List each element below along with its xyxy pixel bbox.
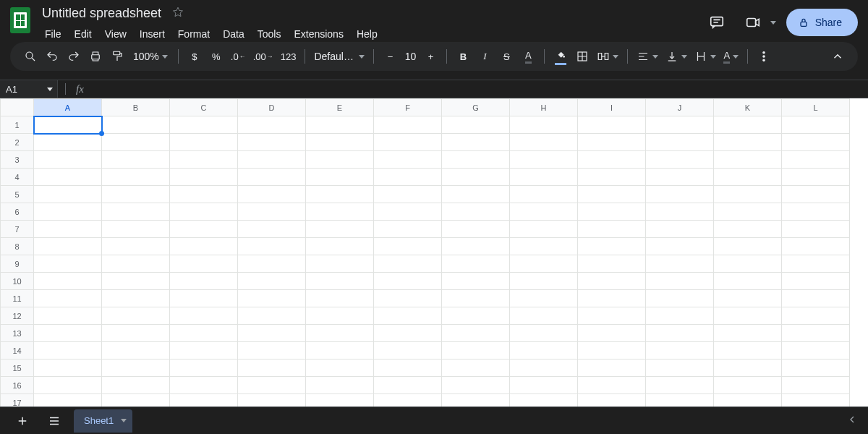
cell[interactable] xyxy=(714,169,782,186)
doc-title[interactable]: Untitled spreadsheet xyxy=(39,4,164,22)
row-header-2[interactable]: 2 xyxy=(1,134,34,151)
cell[interactable] xyxy=(782,377,850,394)
row-header-15[interactable]: 15 xyxy=(1,359,34,377)
cell[interactable] xyxy=(646,290,714,307)
text-rotation-button[interactable]: A xyxy=(720,46,741,67)
column-header-B[interactable]: B xyxy=(102,99,170,116)
cell[interactable] xyxy=(714,359,782,377)
menu-insert[interactable]: Insert xyxy=(134,25,171,43)
cell[interactable] xyxy=(442,151,510,169)
cell[interactable] xyxy=(34,151,102,169)
cell[interactable] xyxy=(102,186,170,203)
chevron-down-icon[interactable] xyxy=(121,419,127,422)
cell[interactable] xyxy=(170,273,238,290)
cell[interactable] xyxy=(442,134,510,151)
cell[interactable] xyxy=(578,169,646,186)
column-header-I[interactable]: I xyxy=(578,99,646,116)
cell[interactable] xyxy=(102,116,170,134)
cell[interactable] xyxy=(646,307,714,325)
cell[interactable] xyxy=(374,394,442,407)
cell[interactable] xyxy=(34,169,102,186)
cell[interactable] xyxy=(306,203,374,221)
strikethrough-button[interactable]: S xyxy=(496,46,516,67)
print-icon[interactable] xyxy=(85,46,106,67)
cell[interactable] xyxy=(238,377,306,394)
cell[interactable] xyxy=(442,325,510,342)
cell[interactable] xyxy=(374,273,442,290)
cell[interactable] xyxy=(238,273,306,290)
cell[interactable] xyxy=(510,342,578,359)
column-header-K[interactable]: K xyxy=(714,99,782,116)
cell[interactable] xyxy=(782,134,850,151)
add-sheet-button[interactable] xyxy=(10,410,35,432)
cell[interactable] xyxy=(578,186,646,203)
cell[interactable] xyxy=(306,186,374,203)
column-header-F[interactable]: F xyxy=(374,99,442,116)
cell[interactable] xyxy=(102,169,170,186)
more-toolbar-icon[interactable] xyxy=(754,46,774,67)
explore-collapse-icon[interactable] xyxy=(846,414,858,427)
cell[interactable] xyxy=(374,342,442,359)
cell[interactable] xyxy=(102,221,170,238)
cell[interactable] xyxy=(102,359,170,377)
cell[interactable] xyxy=(170,116,238,134)
active-cell[interactable] xyxy=(34,116,102,134)
cell[interactable] xyxy=(442,169,510,186)
cell[interactable] xyxy=(442,273,510,290)
cell[interactable] xyxy=(238,307,306,325)
cell[interactable] xyxy=(782,151,850,169)
cell[interactable] xyxy=(238,134,306,151)
cell[interactable] xyxy=(578,394,646,407)
all-sheets-button[interactable] xyxy=(42,410,67,432)
fill-color-button[interactable] xyxy=(550,46,571,67)
column-header-H[interactable]: H xyxy=(510,99,578,116)
cell[interactable] xyxy=(782,255,850,273)
cell[interactable] xyxy=(238,325,306,342)
cell[interactable] xyxy=(102,394,170,407)
cell[interactable] xyxy=(578,307,646,325)
column-header-J[interactable]: J xyxy=(646,99,714,116)
font-family-select[interactable]: Defaul… xyxy=(311,46,367,67)
cell[interactable] xyxy=(646,325,714,342)
comments-icon[interactable] xyxy=(704,9,730,35)
cell[interactable] xyxy=(646,134,714,151)
name-box[interactable]: A1 xyxy=(0,80,58,98)
cell[interactable] xyxy=(170,134,238,151)
cell[interactable] xyxy=(34,342,102,359)
cell[interactable] xyxy=(782,394,850,407)
cell[interactable] xyxy=(714,290,782,307)
cell[interactable] xyxy=(578,134,646,151)
cell[interactable] xyxy=(442,377,510,394)
cell[interactable] xyxy=(374,255,442,273)
cell[interactable] xyxy=(442,203,510,221)
cell[interactable] xyxy=(510,203,578,221)
cell[interactable] xyxy=(510,238,578,255)
cell[interactable] xyxy=(442,290,510,307)
cell[interactable] xyxy=(714,186,782,203)
cell[interactable] xyxy=(510,307,578,325)
increase-decimal-button[interactable]: .00→ xyxy=(250,46,276,67)
cell[interactable] xyxy=(646,203,714,221)
cell[interactable] xyxy=(102,290,170,307)
cell[interactable] xyxy=(306,221,374,238)
cell[interactable] xyxy=(374,238,442,255)
cell[interactable] xyxy=(238,359,306,377)
cell[interactable] xyxy=(442,186,510,203)
cell[interactable] xyxy=(442,255,510,273)
cell[interactable] xyxy=(782,307,850,325)
menu-data[interactable]: Data xyxy=(217,25,250,43)
cell[interactable] xyxy=(170,359,238,377)
cell[interactable] xyxy=(238,151,306,169)
paint-format-icon[interactable] xyxy=(107,46,127,67)
cell[interactable] xyxy=(646,116,714,134)
redo-icon[interactable] xyxy=(64,46,84,67)
menu-file[interactable]: File xyxy=(39,25,67,43)
cell[interactable] xyxy=(306,359,374,377)
row-header-7[interactable]: 7 xyxy=(1,221,34,238)
menu-tools[interactable]: Tools xyxy=(252,25,287,43)
cell[interactable] xyxy=(510,116,578,134)
cell[interactable] xyxy=(578,290,646,307)
cell[interactable] xyxy=(782,238,850,255)
cell[interactable] xyxy=(170,307,238,325)
cell[interactable] xyxy=(782,203,850,221)
